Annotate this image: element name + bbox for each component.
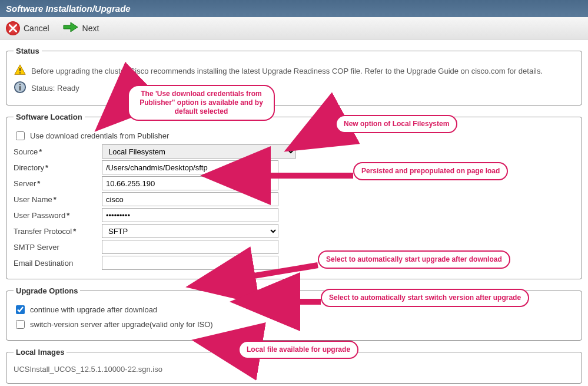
directory-label: Directory bbox=[14, 163, 102, 172]
cancel-icon bbox=[6, 21, 20, 35]
status-ready-text: Status: Ready bbox=[31, 84, 79, 93]
local-image-file: UCSInstall_UCOS_12.5.1.10000-22.sgn.iso bbox=[14, 362, 574, 376]
protocol-select[interactable]: SFTP bbox=[102, 224, 278, 238]
upgrade-options-legend: Upgrade Options bbox=[14, 286, 80, 295]
protocol-label: Transfer Protocol bbox=[14, 227, 102, 236]
source-label: Source bbox=[14, 147, 102, 156]
source-select[interactable]: Local Filesystem bbox=[102, 144, 296, 159]
status-legend: Status bbox=[14, 47, 42, 55]
use-publisher-checkbox[interactable] bbox=[16, 131, 25, 140]
continue-upgrade-label: continue with upgrade after download bbox=[30, 305, 157, 314]
toolbar: Cancel Next bbox=[0, 17, 588, 39]
page-title: Software Installation/Upgrade bbox=[0, 0, 588, 17]
cancel-button-top[interactable]: Cancel bbox=[6, 21, 49, 35]
local-images-legend: Local Images bbox=[14, 348, 67, 357]
next-label: Next bbox=[82, 24, 99, 33]
local-images-fieldset: Local Images UCSInstall_UCOS_12.5.1.1000… bbox=[6, 348, 582, 384]
switch-version-checkbox[interactable] bbox=[16, 320, 25, 329]
smtp-input[interactable] bbox=[102, 240, 278, 254]
continue-upgrade-checkbox[interactable] bbox=[16, 305, 25, 314]
status-warning-text: Before upgrading the cluster Cisco recom… bbox=[31, 67, 543, 75]
next-button-top[interactable]: Next bbox=[62, 21, 99, 35]
password-input[interactable] bbox=[102, 208, 278, 222]
use-publisher-label: Use download credentials from Publisher bbox=[30, 131, 169, 140]
upgrade-options-fieldset: Upgrade Options continue with upgrade af… bbox=[6, 286, 582, 341]
svg-rect-0 bbox=[19, 68, 21, 71]
warning-icon bbox=[14, 64, 26, 78]
next-arrow-icon bbox=[62, 21, 79, 35]
email-label: Email Destination bbox=[14, 259, 102, 268]
username-label: User Name bbox=[14, 195, 102, 204]
svg-rect-3 bbox=[19, 86, 21, 90]
smtp-label: SMTP Server bbox=[14, 243, 102, 252]
status-fieldset: Status Before upgrading the cluster Cisc… bbox=[6, 47, 582, 105]
svg-rect-1 bbox=[19, 72, 21, 74]
cancel-label: Cancel bbox=[24, 24, 49, 33]
password-label: User Password bbox=[14, 211, 102, 220]
svg-line-10 bbox=[203, 342, 238, 348]
svg-rect-4 bbox=[19, 84, 21, 85]
email-input[interactable] bbox=[102, 256, 278, 270]
software-location-legend: Software Location bbox=[14, 113, 85, 121]
switch-version-label: switch-version server after upgrade(vali… bbox=[30, 320, 213, 329]
username-input[interactable] bbox=[102, 192, 278, 206]
directory-input[interactable] bbox=[102, 160, 278, 174]
info-icon bbox=[14, 81, 26, 95]
server-input[interactable] bbox=[102, 176, 278, 190]
server-label: Server bbox=[14, 179, 102, 188]
software-location-fieldset: Software Location Use download credentia… bbox=[6, 113, 582, 279]
